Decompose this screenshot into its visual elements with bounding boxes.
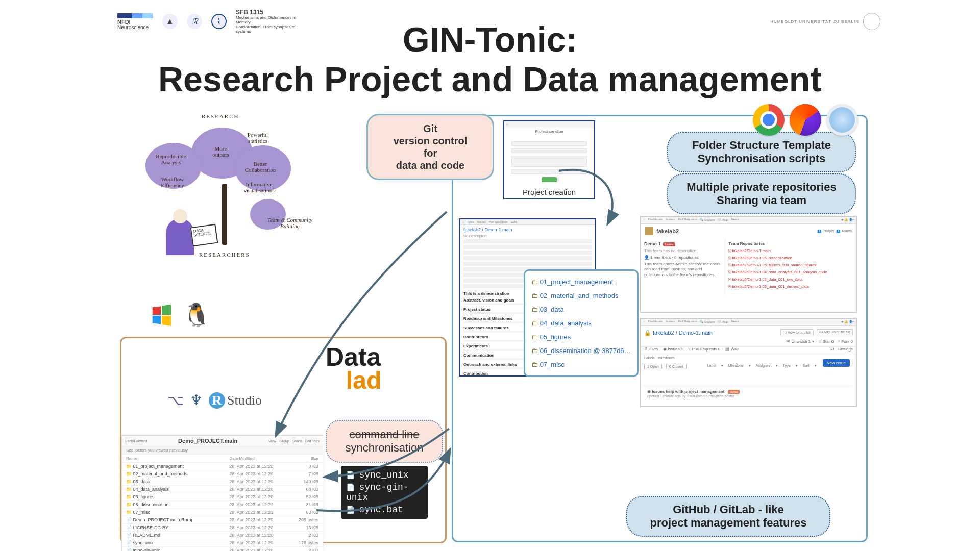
team-repo-item: fakelab2/Demo-1.04_data_analysis_001_ana…	[728, 270, 853, 274]
local-environment-box: 🐧 Data lad ⌥ ♆ RStudio command line sync…	[120, 337, 447, 543]
tree-leaf: More outputs	[207, 145, 235, 158]
issues-crumb: fakelab2 / Demo-1.main	[653, 330, 713, 336]
col-name: Name	[126, 456, 229, 461]
git-l4: data and code	[396, 160, 464, 171]
apple-icon	[216, 300, 246, 330]
finder-row: 04_data_analysis28. Apr 2023 at 12:2063 …	[122, 486, 323, 493]
tnav: News	[731, 218, 739, 222]
issue-meta: opened 1 minute ago by julien-colomb · r…	[647, 394, 734, 398]
finder-window: Back/Forward Demo_PROJECT.main View Grou…	[121, 435, 323, 551]
os-icons: 🐧	[147, 300, 246, 330]
rbtn: How to publish	[788, 331, 811, 334]
cli-line2: synchronisation	[346, 441, 424, 454]
isub: Labels	[644, 356, 655, 360]
col-date: Date Modified	[229, 456, 290, 461]
flt: Label	[707, 364, 716, 369]
tree-leaf: Powerful statistics	[240, 132, 276, 144]
isub: Milestones	[657, 356, 674, 360]
folder-item: 03_data	[525, 303, 637, 316]
template-bubble: Folder Structure Template Synchronisatio…	[667, 132, 856, 172]
bub-temp1: Folder Structure Template	[692, 139, 831, 152]
github-icon: ⌥	[167, 392, 184, 409]
inav: Pull Requests	[678, 320, 697, 324]
finder-subtitle: See folders you viewed previously	[122, 446, 323, 455]
issue-title: Issues help with project management	[652, 389, 724, 394]
tnav: Pull Requests	[678, 218, 697, 222]
datalad-text2: lad	[346, 367, 381, 394]
finder-row: 05_figures28. Apr 2023 at 12:2052 KB	[122, 493, 323, 501]
research-illustration: RESEARCH Powerful statistics More output…	[145, 117, 314, 270]
team-repo-item: fakelab2/Demo-1.05_figures_990_shared_fi…	[728, 263, 853, 267]
repo-desc: No Description	[460, 234, 595, 238]
flt: Type	[783, 364, 791, 369]
tnav: Dashboard	[648, 218, 663, 222]
folder-template-shot: 01_project_management02_material_and_met…	[524, 269, 639, 377]
team-nodesc: This team has no description	[644, 248, 722, 253]
pc-label: Project creation	[504, 188, 594, 196]
open-count: 1 Open	[644, 364, 662, 369]
scientist-icon	[166, 219, 194, 255]
team-repo-item: fakelab2/Demo-1.06_dissemination	[728, 256, 853, 260]
finder-row: sync_unix28. Apr 2023 at 12:20176 bytes	[122, 539, 323, 547]
leave-badge: Leave	[663, 242, 675, 246]
tnav: Explore	[704, 218, 715, 221]
team-repo-item: fakelab2/Demo-1.03_data_001_raw_data	[728, 277, 853, 282]
tb: Fork	[841, 339, 849, 344]
pc-title: Project creation	[504, 127, 594, 136]
rstudio-text: Studio	[227, 393, 262, 408]
team-repos-h: Team Repositories	[728, 241, 765, 246]
folder-item: 02_material_and_methods	[525, 289, 637, 303]
issue-tag: demo	[728, 390, 740, 394]
itab: Issues 1	[668, 347, 683, 352]
finder-tb: Group	[279, 439, 289, 443]
bub-pm2: project management features	[650, 516, 807, 529]
tree-bottom-label: RESEARCHERS	[199, 252, 250, 258]
safari-icon	[826, 104, 858, 136]
tree-top-label: RESEARCH	[202, 113, 239, 119]
cli-line1: command line	[350, 428, 420, 441]
finder-row: Demo_PROJECT.main.Rproj28. Apr 2023 at 1…	[122, 516, 323, 524]
page-title: GIN-Tonic: Research Project and Data man…	[0, 19, 980, 99]
flt: Milestone	[728, 364, 744, 369]
datalad-logo: Data lad	[326, 346, 381, 392]
finder-tb: Share	[292, 439, 302, 443]
rstudio-logo: RStudio	[209, 392, 262, 409]
pm-bubble: GitHub / GitLab - like project managemen…	[626, 496, 830, 537]
finder-tb: Edit Tags	[305, 439, 320, 443]
term-line: sync_unix	[341, 469, 428, 481]
team-repo-item: fakelab2/Demo-1.main	[728, 248, 853, 253]
team-shot: ⌂ Dashboard Issues Pull Requests 🔍 Explo…	[640, 216, 857, 313]
finder-path: Demo_PROJECT.main	[147, 438, 268, 444]
term-line: sync-gin-unix	[341, 481, 428, 504]
tree-leaf: Reproducible Analysis	[151, 153, 191, 165]
finder-row: 07_misc28. Apr 2023 at 12:2163 KB	[122, 509, 323, 516]
finder-back: Back/Forward	[125, 439, 147, 443]
flt: Assignee	[756, 364, 771, 369]
repos-bubble: Multiple private repositories Sharing vi…	[667, 173, 856, 214]
issues-shot: ⌂ Dashboard Issues Pull Requests 🔍 Explo…	[640, 318, 857, 407]
finder-row: 01_project_management28. Apr 2023 at 12:…	[122, 463, 323, 470]
bub-repo1: Multiple private repositories	[687, 181, 836, 193]
col-size: Size	[290, 456, 318, 461]
git-l1: Git	[423, 123, 437, 134]
git-l2: version control	[394, 135, 467, 146]
flt: Sort	[803, 364, 810, 369]
finder-row: 06_dissemination28. Apr 2023 at 12:2181 …	[122, 501, 323, 509]
inav: Issues	[666, 320, 675, 324]
closed-count: 0 Closed	[666, 364, 687, 369]
folder-item: 04_data_analysis	[525, 316, 637, 330]
term-line: sync.bat	[341, 504, 428, 516]
finder-row: sync-gin-unix28. Apr 2023 at 12:202 KB	[122, 547, 323, 551]
tb: Unwatch	[791, 339, 807, 344]
inav: Explore	[704, 320, 715, 323]
ttab: Teams	[841, 229, 852, 233]
git-version-control-bubble: Git version control for data and code	[366, 114, 494, 180]
tree-leaf: Informative visualisations	[237, 181, 281, 193]
sync-scripts-terminal: sync_unix sync-gin-unix sync.bat	[341, 466, 428, 519]
inav: News	[731, 320, 739, 324]
title-line1: GIN-Tonic:	[0, 19, 980, 59]
chrome-icon	[753, 104, 785, 136]
git-l3: for	[424, 147, 437, 159]
tnav: Issues	[666, 218, 675, 222]
git-tree-icon: ♆	[190, 392, 203, 409]
